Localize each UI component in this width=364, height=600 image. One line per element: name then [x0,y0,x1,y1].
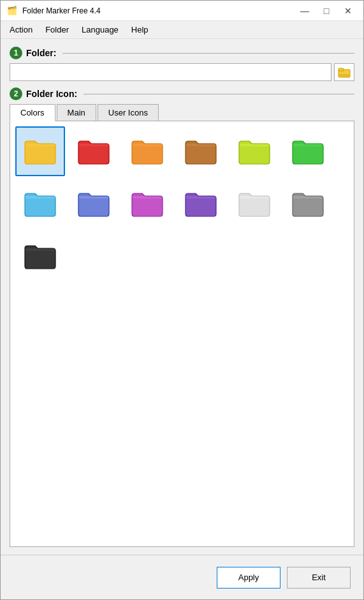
bottom-bar: Apply Exit [1,555,363,599]
window-title: Folder Marker Free 4.4 [22,6,295,15]
folder-color-item[interactable] [229,126,279,176]
menu-action[interactable]: Action [3,22,39,37]
folder-icon-section-title: Folder Icon: [26,89,77,99]
folder-path-input[interactable] [10,63,331,81]
icons-grid [15,126,349,281]
main-window: 🗂️ Folder Marker Free 4.4 — □ ✕ Action F… [0,0,364,600]
tab-bar: Colors Main User Icons [10,104,354,121]
svg-rect-1 [339,68,344,71]
folder-icon-section-header: 2 Folder Icon: [10,87,354,100]
folder-section: 1 Folder: [10,47,354,81]
folder-color-item[interactable] [176,179,226,229]
folder-color-item[interactable] [15,231,65,281]
svg-rect-2 [339,74,349,77]
section-2-number: 2 [10,87,22,100]
window-controls: — □ ✕ [295,3,358,19]
browse-button[interactable] [334,63,354,81]
folder-color-item[interactable] [283,126,333,176]
tab-user-icons[interactable]: User Icons [98,104,159,121]
section-1-number: 1 [10,47,22,59]
folder-color-item[interactable] [69,126,119,176]
folder-color-item[interactable] [283,179,333,229]
folder-color-item[interactable] [122,126,172,176]
tab-colors[interactable]: Colors [10,104,55,121]
folder-color-item[interactable] [15,179,65,229]
menu-bar: Action Folder Language Help [1,21,363,39]
folder-color-item[interactable] [122,179,172,229]
folder-section-header: 1 Folder: [10,47,354,59]
menu-folder[interactable]: Folder [39,22,75,37]
apply-button[interactable]: Apply [217,567,280,589]
maximize-button[interactable]: □ [316,3,337,19]
folder-icon-section-line [84,94,354,94]
exit-button[interactable]: Exit [287,567,351,589]
close-button[interactable]: ✕ [338,3,358,19]
folder-color-item[interactable] [176,126,226,176]
browse-icon [338,66,351,78]
folder-section-title: Folder: [26,48,56,58]
title-bar: 🗂️ Folder Marker Free 4.4 — □ ✕ [1,1,363,21]
folder-section-line [62,53,354,54]
folder-color-item[interactable] [229,179,279,229]
menu-language[interactable]: Language [75,22,125,37]
menu-help[interactable]: Help [125,22,155,37]
folder-color-item[interactable] [69,179,119,229]
folder-icon-section: 2 Folder Icon: Colors Main User Icons [10,87,354,547]
tab-main[interactable]: Main [57,104,96,121]
main-content: 1 Folder: 2 Folder Icon: [1,39,363,555]
folder-color-item[interactable] [15,126,65,176]
minimize-button[interactable]: — [295,3,315,19]
icons-grid-container [10,121,354,547]
folder-input-row [10,63,354,81]
app-icon: 🗂️ [6,4,18,17]
